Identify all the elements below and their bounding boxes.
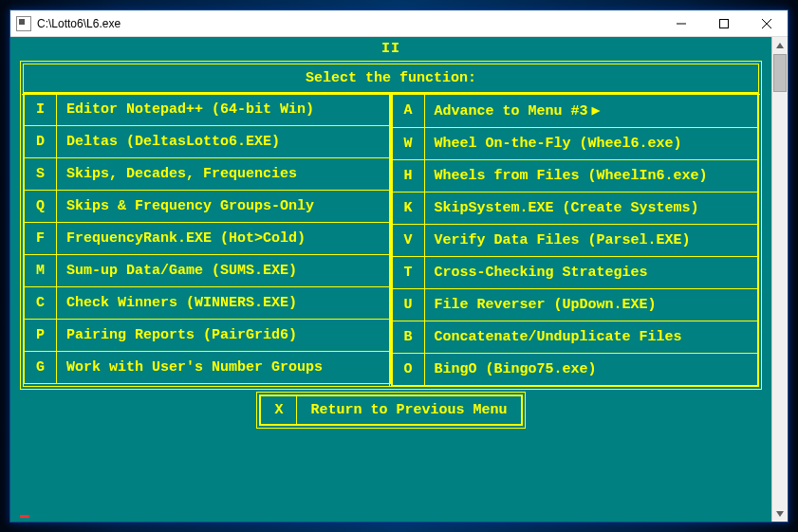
- client-area: II Select the function: IEditor Notepad+…: [10, 37, 788, 522]
- menu-key: A: [392, 94, 424, 128]
- menu-label: Wheels from Files (WheelIn6.exe): [424, 160, 758, 193]
- menu-label: Work with User's Number Groups: [57, 352, 391, 384]
- right-column: AAdvance to Menu #3▶WWheel On-the-Fly (W…: [391, 93, 759, 386]
- menu-item[interactable]: PPairing Reports (PairGrid6): [25, 320, 391, 352]
- menu-key: F: [25, 223, 57, 255]
- menu-key: B: [392, 321, 424, 354]
- chevron-up-icon: [776, 43, 784, 48]
- app-icon: [16, 16, 31, 31]
- menu-key: M: [25, 255, 57, 287]
- maximize-icon: [719, 19, 729, 28]
- footer-frame: X Return to Previous Menu: [256, 392, 525, 429]
- menu-item[interactable]: UFile Reverser (UpDown.EXE): [392, 289, 758, 321]
- menu-label: Sum-up Data/Game (SUMS.EXE): [57, 255, 391, 287]
- menu-key: X: [261, 396, 297, 425]
- vertical-scrollbar[interactable]: [771, 37, 788, 522]
- menu-item[interactable]: BConcatenate/Unduplicate Files: [392, 321, 758, 354]
- menu-key: S: [25, 158, 57, 191]
- left-menu-table: IEditor Notepad++ (64-bit Win)DDeltas (D…: [24, 93, 391, 384]
- menu-key: Q: [25, 191, 57, 223]
- menu-key: D: [25, 126, 57, 158]
- left-column: IEditor Notepad++ (64-bit Win)DDeltas (D…: [24, 93, 391, 386]
- menu-label: Pairing Reports (PairGrid6): [57, 320, 391, 352]
- menu-label: Return to Previous Menu: [297, 396, 521, 425]
- app-window: C:\Lotto6\L6.exe II Select the function:…: [9, 9, 789, 523]
- minimize-icon: [677, 19, 686, 28]
- menu-item[interactable]: SSkips, Decades, Frequencies: [25, 158, 391, 191]
- console-screen: II Select the function: IEditor Notepad+…: [10, 37, 771, 522]
- menu-item[interactable]: OBingO (Bingo75.exe): [392, 354, 758, 386]
- menu-label: Skips & Frequency Groups-Only: [57, 191, 391, 223]
- right-menu-table: AAdvance to Menu #3▶WWheel On-the-Fly (W…: [392, 93, 759, 386]
- scroll-thumb[interactable]: [773, 54, 787, 92]
- menu-item[interactable]: AAdvance to Menu #3▶: [392, 94, 758, 128]
- screen-number: II: [20, 41, 762, 57]
- menu-key: H: [392, 160, 424, 193]
- window-controls: [659, 10, 788, 36]
- menu-item[interactable]: QSkips & Frequency Groups-Only: [25, 191, 391, 223]
- menu-item[interactable]: GWork with User's Number Groups: [25, 352, 391, 384]
- menu-item[interactable]: HWheels from Files (WheelIn6.exe): [392, 160, 758, 193]
- menu-label: FrequencyRank.EXE (Hot>Cold): [57, 223, 391, 255]
- menu-key: V: [392, 225, 424, 257]
- menu-label: Verify Data Files (Parsel.EXE): [424, 225, 758, 257]
- menu-key: C: [25, 287, 57, 320]
- footer-table: X Return to Previous Menu: [260, 395, 521, 425]
- menu-label: SkipSystem.EXE (Create Systems): [424, 193, 758, 225]
- chevron-down-icon: [776, 511, 784, 517]
- cursor-caret: [20, 515, 29, 518]
- menu-label: Cross-Checking Strategies: [424, 257, 758, 289]
- menu-item[interactable]: VVerify Data Files (Parsel.EXE): [392, 225, 758, 257]
- menu-key: U: [392, 289, 424, 321]
- menu-key: T: [392, 257, 424, 289]
- menu-item-return[interactable]: X Return to Previous Menu: [261, 396, 521, 425]
- minimize-button[interactable]: [659, 10, 702, 36]
- menu-key: W: [392, 128, 424, 160]
- menu-label: Concatenate/Unduplicate Files: [424, 321, 758, 354]
- menu-key: K: [392, 193, 424, 225]
- menu-item[interactable]: MSum-up Data/Game (SUMS.EXE): [25, 255, 391, 287]
- menu-item[interactable]: CCheck Winners (WINNERS.EXE): [25, 287, 391, 320]
- menu-label: Editor Notepad++ (64-bit Win): [57, 94, 391, 126]
- menu-label: Skips, Decades, Frequencies: [57, 158, 391, 191]
- menu-key: G: [25, 352, 57, 384]
- close-button[interactable]: [745, 10, 788, 36]
- menu-item[interactable]: TCross-Checking Strategies: [392, 257, 758, 289]
- menu-frame: Select the function: IEditor Notepad++ (…: [20, 61, 762, 390]
- menu-item[interactable]: IEditor Notepad++ (64-bit Win): [25, 94, 391, 126]
- window-title: C:\Lotto6\L6.exe: [37, 17, 659, 30]
- menu-label: Deltas (DeltasLotto6.EXE): [57, 126, 391, 158]
- menu-item[interactable]: WWheel On-the-Fly (Wheel6.exe): [392, 128, 758, 160]
- svg-rect-1: [719, 19, 728, 28]
- menu-item[interactable]: DDeltas (DeltasLotto6.EXE): [25, 126, 391, 158]
- titlebar[interactable]: C:\Lotto6\L6.exe: [10, 10, 788, 37]
- footer-row: X Return to Previous Menu: [20, 392, 762, 429]
- menu-item[interactable]: KSkipSystem.EXE (Create Systems): [392, 193, 758, 225]
- svg-marker-4: [776, 43, 784, 48]
- scroll-down-button[interactable]: [772, 505, 788, 522]
- arrow-right-icon: ▶: [592, 101, 601, 119]
- menu-label: File Reverser (UpDown.EXE): [424, 289, 758, 321]
- scroll-up-button[interactable]: [772, 37, 788, 53]
- menu-label: Check Winners (WINNERS.EXE): [57, 287, 391, 320]
- menu-key: P: [25, 320, 57, 352]
- svg-marker-5: [776, 511, 784, 517]
- menu-heading: Select the function:: [24, 64, 758, 93]
- menu-key: I: [25, 94, 57, 126]
- close-icon: [762, 19, 771, 28]
- menu-label: BingO (Bingo75.exe): [424, 354, 758, 386]
- menu-item[interactable]: FFrequencyRank.EXE (Hot>Cold): [25, 223, 391, 255]
- maximize-button[interactable]: [702, 10, 745, 36]
- menu-columns: IEditor Notepad++ (64-bit Win)DDeltas (D…: [24, 93, 758, 386]
- menu-label: Wheel On-the-Fly (Wheel6.exe): [424, 128, 758, 160]
- menu-label: Advance to Menu #3▶: [424, 94, 758, 128]
- menu-key: O: [392, 354, 424, 386]
